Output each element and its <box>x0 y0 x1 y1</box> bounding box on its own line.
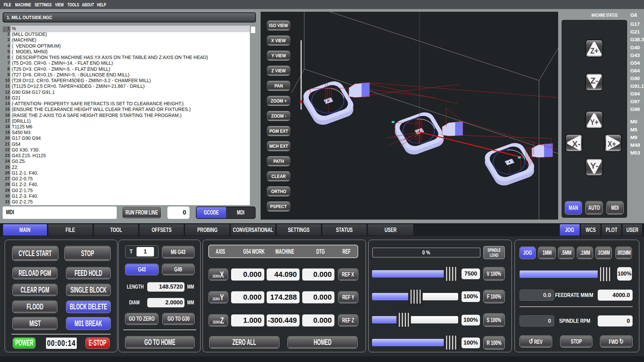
svg-text:Y-: Y- <box>590 162 599 170</box>
svg-text:X-: X- <box>572 140 581 148</box>
svg-text:Z+: Z+ <box>590 47 598 55</box>
svg-text:Z-: Z- <box>590 76 598 85</box>
svg-text:Y+: Y+ <box>590 118 599 127</box>
svg-text:X+: X+ <box>608 140 616 148</box>
